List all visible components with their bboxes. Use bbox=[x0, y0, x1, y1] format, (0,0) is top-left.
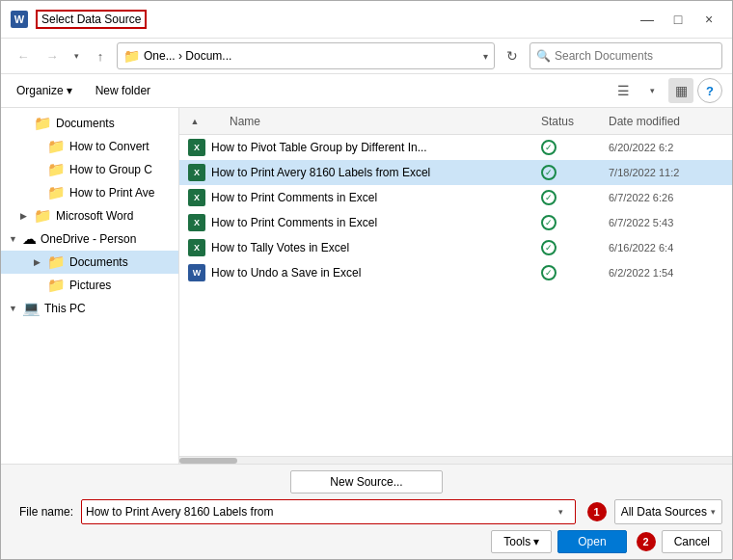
status-check-icon: ✓ bbox=[541, 140, 557, 155]
sidebar-item-label: How to Group C bbox=[69, 163, 152, 176]
bottom-area: New Source... File name: ▾ 1 All Data So… bbox=[1, 464, 732, 559]
tools-label: Tools bbox=[503, 535, 530, 548]
sidebar-item-label: OneDrive - Person bbox=[41, 232, 136, 246]
word-app-icon: W bbox=[11, 11, 28, 28]
filename-label: File name: bbox=[11, 505, 73, 519]
organize-dropdown-icon: ▾ bbox=[67, 84, 72, 97]
file-date: 6/7/2022 5:43 bbox=[609, 217, 724, 228]
search-input[interactable] bbox=[555, 49, 716, 63]
close-button[interactable]: × bbox=[695, 9, 722, 30]
folder-icon: 📁 bbox=[34, 115, 52, 132]
back-button[interactable]: ← bbox=[11, 43, 36, 68]
sidebar-item-label: Documents bbox=[69, 255, 128, 269]
word-file-icon: W bbox=[187, 264, 206, 281]
table-row[interactable]: W How to Undo a Save in Excel ✓ 6/2/2022… bbox=[179, 260, 732, 285]
table-row[interactable]: X How to Pivot Table Group by Different … bbox=[179, 135, 732, 160]
table-row[interactable]: X How to Print Comments in Excel ✓ 6/7/2… bbox=[179, 185, 732, 210]
address-bar[interactable]: 📁 One... › Docum... ▾ bbox=[117, 42, 495, 69]
sidebar-item-label: This PC bbox=[44, 302, 86, 315]
action-row: Tools ▾ Open 2 Cancel bbox=[11, 530, 722, 553]
maximize-button[interactable]: □ bbox=[665, 9, 692, 30]
help-button[interactable]: ? bbox=[697, 78, 722, 103]
new-folder-button[interactable]: New folder bbox=[90, 81, 156, 100]
tools-button[interactable]: Tools ▾ bbox=[491, 530, 552, 553]
table-row[interactable]: X How to Print Comments in Excel ✓ 6/7/2… bbox=[179, 210, 732, 235]
toolbar: Organize ▾ New folder ☰ ▾ ▦ ? bbox=[1, 74, 732, 108]
sidebar-item-how-to-print-ave[interactable]: 📁 How to Print Ave bbox=[1, 181, 178, 204]
cancel-button[interactable]: Cancel bbox=[662, 530, 722, 553]
window-controls: — □ × bbox=[634, 9, 722, 30]
sidebar-item-pictures[interactable]: 📁 Pictures bbox=[1, 274, 178, 297]
badge-1: 1 bbox=[587, 502, 607, 521]
expand-icon: ▶ bbox=[34, 257, 47, 267]
forward-button[interactable]: → bbox=[40, 43, 65, 68]
file-status: ✓ bbox=[541, 140, 609, 155]
col-name-header: Name bbox=[206, 115, 541, 128]
sidebar-item-microsoft-word[interactable]: ▶ 📁 Microsoft Word bbox=[1, 204, 178, 227]
status-check-icon: ✓ bbox=[541, 240, 557, 255]
folder-icon: 📁 bbox=[47, 184, 66, 201]
filename-row: File name: ▾ 1 All Data Sources ▾ bbox=[11, 499, 722, 524]
file-status: ✓ bbox=[541, 190, 609, 205]
open-button[interactable]: Open bbox=[557, 530, 626, 553]
view-details-button[interactable]: ▦ bbox=[668, 78, 693, 103]
new-source-button[interactable]: New Source... bbox=[290, 470, 442, 493]
sidebar-item-onedrive[interactable]: ▼ ☁ OneDrive - Person bbox=[1, 227, 178, 251]
window-title: Select Data Source bbox=[36, 10, 147, 29]
sidebar-item-how-to-group[interactable]: 📁 How to Group C bbox=[1, 158, 178, 181]
folder-icon: 📁 bbox=[123, 48, 140, 64]
up-button[interactable]: ↑ bbox=[88, 43, 113, 68]
expand-icon: ▶ bbox=[20, 211, 34, 221]
organize-label: Organize bbox=[16, 84, 64, 97]
sidebar-item-documents-od[interactable]: ▶ 📁 Documents bbox=[1, 251, 178, 274]
filetype-dropdown[interactable]: All Data Sources ▾ bbox=[614, 499, 722, 524]
horizontal-scrollbar[interactable] bbox=[179, 456, 732, 464]
sidebar-item-how-to-convert[interactable]: 📁 How to Convert bbox=[1, 135, 178, 158]
filetype-value: All Data Sources bbox=[621, 505, 707, 519]
file-status: ✓ bbox=[541, 165, 609, 180]
file-name: How to Print Comments in Excel bbox=[211, 191, 541, 204]
refresh-button[interactable]: ↻ bbox=[499, 42, 526, 69]
new-folder-label: New folder bbox=[95, 84, 150, 97]
file-status: ✓ bbox=[541, 240, 609, 255]
nav-bar: ← → ▾ ↑ 📁 One... › Docum... ▾ ↻ 🔍 bbox=[1, 39, 732, 74]
view-dropdown-button[interactable]: ▾ bbox=[639, 78, 665, 103]
status-check-icon: ✓ bbox=[541, 190, 557, 205]
view-list-button[interactable]: ☰ bbox=[611, 78, 636, 103]
file-date: 6/16/2022 6:4 bbox=[609, 242, 724, 253]
sidebar-item-label: Pictures bbox=[69, 279, 111, 292]
file-name: How to Pivot Table Group by Different In… bbox=[211, 141, 541, 154]
file-name: How to Print Comments in Excel bbox=[211, 216, 541, 229]
excel-file-icon: X bbox=[187, 164, 206, 181]
col-status-header: Status bbox=[541, 115, 609, 128]
filename-dropdown-button[interactable]: ▾ bbox=[552, 500, 571, 523]
filename-input[interactable] bbox=[86, 505, 552, 519]
search-icon: 🔍 bbox=[536, 49, 551, 63]
status-check-icon: ✓ bbox=[541, 265, 557, 280]
file-name: How to Tally Votes in Excel bbox=[211, 241, 541, 254]
nav-dropdown-button[interactable]: ▾ bbox=[68, 43, 84, 68]
address-text: One... › Docum... bbox=[144, 49, 479, 63]
minimize-button[interactable]: — bbox=[634, 9, 661, 30]
file-name: How to Undo a Save in Excel bbox=[211, 266, 541, 280]
file-name: How to Print Avery 8160 Labels from Exce… bbox=[211, 166, 541, 179]
search-box[interactable]: 🔍 bbox=[529, 42, 722, 69]
file-date: 6/2/2022 1:54 bbox=[609, 267, 724, 279]
content-area: 📁 Documents 📁 How to Convert 📁 How to Gr… bbox=[1, 108, 732, 464]
filetype-dropdown-arrow-icon: ▾ bbox=[711, 507, 716, 517]
file-list: X How to Pivot Table Group by Different … bbox=[179, 135, 732, 456]
table-row[interactable]: X How to Print Avery 8160 Labels from Ex… bbox=[179, 160, 732, 185]
expand-icon: ▼ bbox=[9, 304, 22, 313]
organize-button[interactable]: Organize ▾ bbox=[11, 81, 78, 100]
file-date: 7/18/2022 11:2 bbox=[609, 167, 724, 178]
sidebar-item-documents[interactable]: 📁 Documents bbox=[1, 112, 178, 135]
folder-icon: 📁 bbox=[47, 161, 66, 178]
status-check-icon: ✓ bbox=[541, 165, 557, 180]
title-bar-left: W Select Data Source bbox=[11, 10, 147, 29]
badge-2: 2 bbox=[637, 532, 656, 551]
excel-file-icon: X bbox=[187, 189, 206, 206]
table-row[interactable]: X How to Tally Votes in Excel ✓ 6/16/202… bbox=[179, 235, 732, 260]
file-date: 6/7/2022 6:26 bbox=[609, 192, 724, 203]
sidebar-item-this-pc[interactable]: ▼ 💻 This PC bbox=[1, 297, 178, 320]
collapse-icon[interactable]: ▲ bbox=[187, 114, 203, 129]
